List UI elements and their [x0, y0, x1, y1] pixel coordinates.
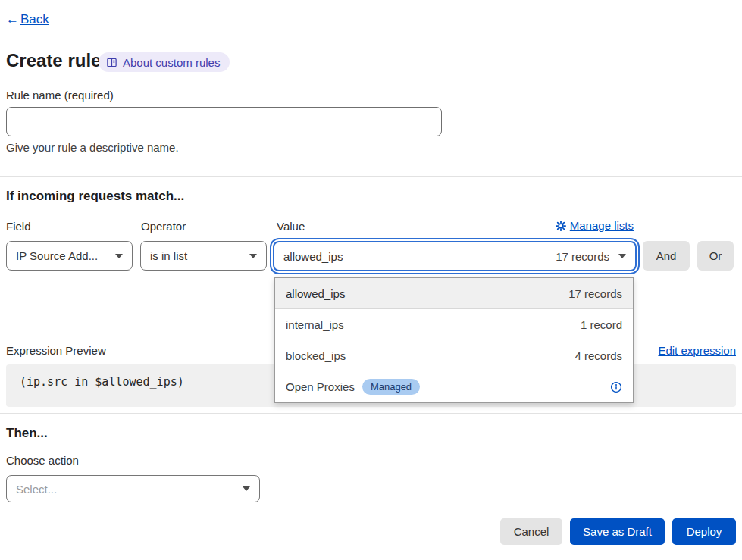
gear-icon [556, 221, 566, 231]
deploy-button[interactable]: Deploy [672, 518, 736, 545]
list-option-name: blocked_ips [286, 349, 346, 362]
list-option-allowed-ips[interactable]: allowed_ips 17 records [275, 278, 633, 309]
then-section-heading: Then... [6, 426, 48, 441]
field-select-value: IP Source Add... [16, 249, 98, 262]
action-select[interactable]: Select... [6, 475, 260, 502]
choose-action-label: Choose action [6, 454, 79, 467]
cancel-button[interactable]: Cancel [500, 518, 562, 545]
operator-select[interactable]: is in list [140, 241, 267, 271]
managed-badge: Managed [362, 379, 420, 395]
about-custom-rules-label: About custom rules [123, 56, 220, 69]
chevron-down-icon [115, 254, 123, 258]
list-option-internal-ips[interactable]: internal_ips 1 record [275, 309, 633, 340]
about-custom-rules-link[interactable]: About custom rules [99, 52, 230, 72]
chevron-down-icon [618, 254, 626, 258]
value-label: Value [277, 220, 305, 233]
list-option-record-count: 4 records [575, 349, 622, 362]
rule-name-label: Rule name (required) [6, 89, 114, 102]
page-title: Create rule [6, 50, 101, 71]
info-icon[interactable] [610, 381, 622, 393]
chevron-down-icon [243, 486, 250, 491]
list-option-name: allowed_ips [286, 287, 345, 300]
operator-label: Operator [141, 220, 186, 233]
and-button[interactable]: And [643, 241, 690, 271]
field-select[interactable]: IP Source Add... [6, 241, 133, 271]
list-option-open-proxies[interactable]: Open Proxies Managed [275, 371, 633, 402]
list-dropdown-menu: allowed_ips 17 records internal_ips 1 re… [274, 277, 634, 403]
list-option-record-count: 1 record [581, 318, 622, 331]
rule-name-input[interactable] [6, 107, 442, 136]
list-option-blocked-ips[interactable]: blocked_ips 4 records [275, 340, 633, 371]
operator-select-value: is in list [150, 249, 187, 262]
book-icon [106, 57, 117, 68]
value-select[interactable]: allowed_ips 17 records [273, 241, 637, 271]
chevron-down-icon [249, 254, 257, 258]
match-section-heading: If incoming requests match... [6, 189, 184, 204]
action-select-placeholder: Select... [16, 483, 57, 496]
field-label: Field [6, 220, 31, 233]
or-button[interactable]: Or [697, 241, 734, 271]
expression-preview-label: Expression Preview [6, 344, 106, 357]
manage-lists-link[interactable]: Manage lists [556, 219, 634, 232]
expression-code: (ip.src in $allowed_ips) [20, 375, 184, 389]
back-link-label: Back [20, 12, 49, 27]
rule-name-helper-text: Give your rule a descriptive name. [6, 141, 179, 154]
manage-lists-label: Manage lists [570, 219, 634, 232]
edit-expression-link[interactable]: Edit expression [658, 344, 736, 357]
value-select-value: allowed_ips [283, 250, 343, 263]
back-link[interactable]: ← Back [6, 12, 49, 27]
save-as-draft-button[interactable]: Save as Draft [570, 518, 665, 545]
create-rule-page: ← Back Create rule About custom rules Ru… [0, 0, 742, 560]
back-arrow-icon: ← [6, 12, 19, 27]
list-option-record-count: 17 records [568, 287, 622, 300]
list-option-name: Open Proxies [286, 380, 355, 393]
section-divider [0, 176, 742, 177]
list-option-name: internal_ips [286, 318, 344, 331]
section-divider [0, 413, 742, 414]
value-select-record-count: 17 records [556, 250, 618, 263]
